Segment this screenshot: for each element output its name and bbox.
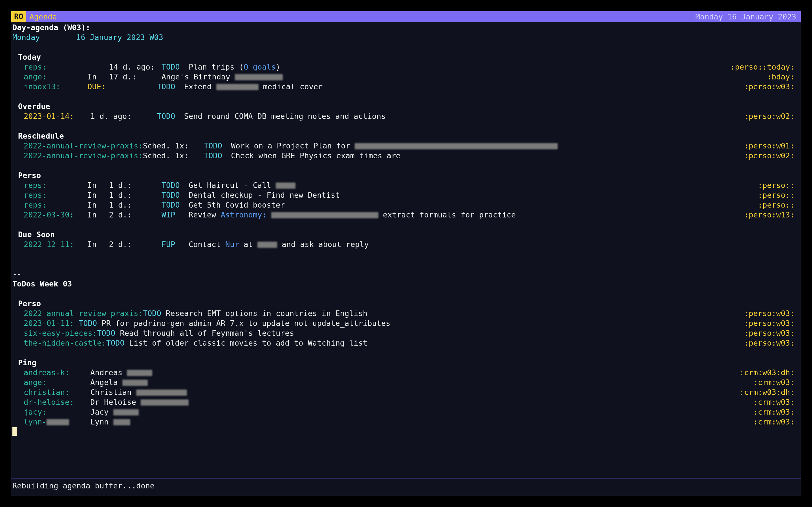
sched-label: Sched. 1x:	[143, 141, 199, 151]
agenda-item[interactable]: the-hidden-castle:TODO List of older cla…	[12, 338, 800, 348]
agenda-item[interactable]: 2023-01-14: 1 d. ago: TODO Send round CO…	[12, 111, 800, 121]
agenda-source: reps:	[12, 200, 83, 210]
redacted	[271, 212, 378, 218]
agenda-item[interactable]: ange: In 17 d.: Ange's Birthday :bday:	[12, 72, 800, 82]
agenda-tags: :perso::today:	[730, 62, 800, 72]
agenda-source: 2023-01-11:	[12, 319, 74, 328]
redacted	[355, 143, 558, 149]
section-ping-title: Ping	[12, 358, 36, 367]
read-only-badge: RO	[11, 11, 26, 22]
agenda-source: the-hidden-castle:	[12, 339, 106, 347]
when-prefix: In	[87, 72, 104, 82]
todo-keyword: TODO	[97, 329, 115, 337]
section-overdue-title: Overdue	[12, 102, 50, 111]
agenda-text: List of older classic movies to add to W…	[129, 339, 367, 347]
agenda-text: Ange's Birthday	[161, 72, 235, 81]
todo-keyword: TODO	[157, 111, 180, 121]
agenda-tags: :perso:w13:	[744, 210, 800, 220]
agenda-text: Check when GRE Physics exam times are	[231, 151, 400, 160]
todo-keyword: TODO	[106, 339, 124, 347]
agenda-item[interactable]: 2022-12-11: In 2 d.: FUP Contact Nur at …	[12, 239, 800, 249]
agenda-when: 1 d. ago:	[90, 111, 152, 121]
agenda-tags: :perso:w03:	[744, 318, 800, 328]
agenda-tags: :crm:w03:	[753, 407, 800, 417]
todo-keyword: TODO	[79, 319, 97, 328]
agenda-source: six-easy-pieces:	[12, 329, 97, 337]
agenda-source: jacy:	[12, 407, 86, 417]
contact-name: Angela	[90, 378, 122, 387]
agenda-item[interactable]: 2023-01-11: TODO PR for padrino-gen admi…	[12, 318, 800, 328]
redacted	[47, 419, 69, 425]
agenda-tags: :crm:w03:	[753, 417, 800, 427]
agenda-tags: :perso::	[758, 180, 800, 190]
fup-keyword: FUP	[161, 239, 184, 249]
agenda-item[interactable]: reps: In 1 d.: TODO Dental checkup - Fin…	[12, 190, 800, 200]
agenda-when: 14 d. ago:	[109, 62, 157, 72]
agenda-tags: :perso:w03:	[744, 308, 800, 318]
agenda-source: 2022-annual-review-praxis:	[12, 309, 143, 318]
agenda-item[interactable]: 2022-annual-review-praxis:Sched. 1x: TOD…	[12, 141, 800, 151]
agenda-tags: :perso::	[758, 200, 800, 210]
todo-keyword: TODO	[161, 62, 184, 72]
agenda-text: Research EMT options in countries in Eng…	[166, 309, 367, 318]
wip-keyword: WIP	[161, 210, 184, 220]
day-date: 16 January 2023 W03	[76, 33, 163, 42]
redacted	[141, 399, 189, 406]
contact-name: Jacy	[90, 407, 113, 416]
agenda-when: 17 d.:	[109, 72, 157, 82]
agenda-tags: :perso:w02:	[744, 111, 800, 121]
todos-week-title: ToDos Week 03	[12, 279, 72, 288]
agenda-item[interactable]: jacy: Jacy :crm:w03:	[12, 407, 800, 417]
agenda-item[interactable]: 2022-03-30: In 2 d.: WIP Review Astronom…	[12, 210, 800, 220]
agenda-source: 2022-03-30:	[12, 210, 83, 220]
agenda-source: 2022-12-11:	[12, 239, 83, 249]
agenda-source: ange:	[12, 378, 86, 387]
section-reschedule-title: Reschedule	[12, 131, 64, 140]
agenda-text: Get Haircut - Call	[189, 181, 276, 189]
contact-name: Lynn	[90, 417, 113, 426]
emacs-frame: RO Agenda Monday 16 January 2023 Day-age…	[11, 11, 801, 496]
agenda-item[interactable]: reps: 14 d. ago: TODO Plan trips (Q goal…	[12, 62, 800, 72]
agenda-link[interactable]: Q goals	[244, 62, 276, 71]
agenda-tags: :crm:w03:	[753, 378, 800, 387]
contact-name: Dr Heloise	[90, 398, 141, 406]
redacted	[257, 242, 277, 248]
todo-keyword: TODO	[157, 82, 180, 92]
agenda-tags: :perso:w03:	[744, 338, 800, 348]
agenda-item[interactable]: six-easy-pieces:TODO Read through all of…	[12, 328, 800, 338]
agenda-source: andreas-k:	[12, 368, 86, 378]
agenda-item[interactable]: lynn- Lynn :crm:w03:	[12, 417, 800, 427]
agenda-item[interactable]: 2022-annual-review-praxis:Sched. 1x: TOD…	[12, 151, 800, 161]
mode-line: RO Agenda Monday 16 January 2023	[11, 11, 801, 22]
agenda-item[interactable]: reps: In 1 d.: TODO Get Haircut - Call :…	[12, 180, 800, 190]
echo-area: Rebuilding agenda buffer...done	[12, 481, 154, 491]
agenda-title: Day-agenda (W03):	[12, 23, 90, 32]
agenda-item[interactable]: ange: Angela :crm:w03:	[12, 378, 800, 387]
agenda-tags: :perso:w02:	[744, 151, 800, 161]
agenda-source: reps:	[12, 62, 83, 72]
redacted	[127, 370, 152, 376]
agenda-link[interactable]: Astronomy:	[221, 210, 267, 219]
agenda-item[interactable]: dr-heloise: Dr Heloise :crm:w03:	[12, 397, 800, 407]
agenda-item[interactable]: christian: Christian :crm:w03:dh:	[12, 387, 800, 397]
block-separator: --	[12, 270, 22, 278]
agenda-text: PR for padrino-gen admin AR 7.x to updat…	[101, 319, 390, 328]
todo-keyword: TODO	[161, 190, 184, 200]
redacted	[113, 409, 139, 415]
redacted	[136, 390, 187, 396]
agenda-source: lynn-	[24, 417, 47, 426]
text-cursor	[12, 427, 17, 436]
agenda-buffer[interactable]: Day-agenda (W03): Monday 16 January 2023…	[11, 22, 801, 437]
todo-keyword: TODO	[161, 200, 184, 210]
agenda-tags: :perso:w03:	[744, 82, 800, 92]
agenda-item[interactable]: inbox13: DUE: TODO Extend medical cover …	[12, 82, 800, 92]
agenda-item[interactable]: andreas-k: Andreas :crm:w03:dh:	[12, 368, 800, 378]
agenda-source: ange:	[12, 72, 83, 82]
section-today-title: Today	[12, 53, 41, 61]
agenda-item[interactable]: 2022-annual-review-praxis:TODO Research …	[12, 308, 800, 318]
agenda-tags: :perso:w01:	[744, 141, 800, 151]
agenda-item[interactable]: reps: In 1 d.: TODO Get 5th Covid booste…	[12, 200, 800, 210]
agenda-link[interactable]: Nur	[225, 240, 239, 249]
agenda-tags: :perso:w03:	[744, 328, 800, 338]
agenda-tags: :crm:w03:dh:	[740, 387, 800, 397]
